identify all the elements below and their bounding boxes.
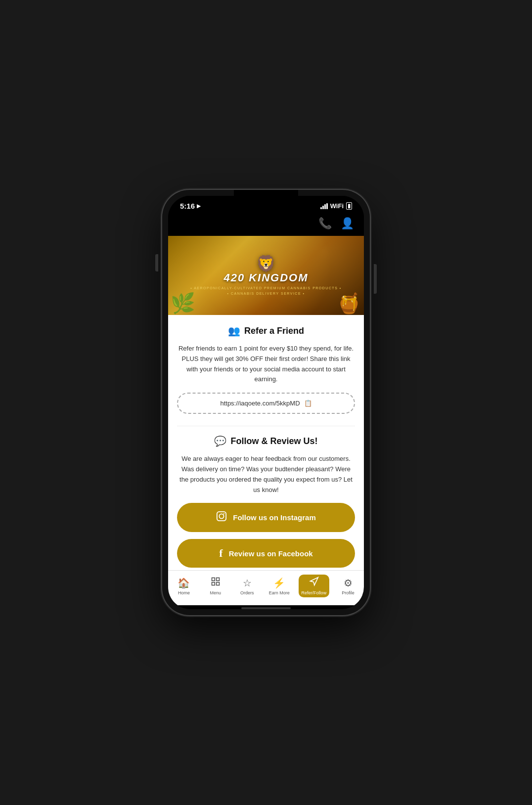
- svg-point-1: [220, 514, 224, 519]
- earn-icon: ⚡: [273, 577, 285, 589]
- orders-icon: ☆: [243, 577, 252, 589]
- referral-url: https://iaqoete.com/5kkpMD: [220, 400, 300, 407]
- location-icon: ▶: [197, 203, 201, 209]
- phone-frame: 5:16 ▶ WiFi ▮ 📞 👤: [162, 190, 370, 615]
- copy-icon[interactable]: 📋: [304, 400, 312, 407]
- svg-rect-0: [217, 512, 226, 521]
- bottom-nav: 🏠 Home Menu ☆ Orders: [168, 570, 364, 605]
- phone-screen: 5:16 ▶ WiFi ▮ 📞 👤: [168, 196, 364, 609]
- banner-logo: 🦁 420 KINGDOM • AEROPONICALLY-CULTIVATED…: [190, 256, 342, 295]
- battery-icon: ▮: [346, 202, 352, 210]
- referral-link-box[interactable]: https://iaqoete.com/5kkpMD 📋: [177, 393, 355, 414]
- products-right: 🍯: [337, 292, 361, 315]
- svg-rect-5: [212, 582, 215, 585]
- facebook-icon: f: [219, 547, 222, 560]
- refer-description: Refer friends to earn 1 point for every …: [177, 344, 355, 385]
- nav-item-earn[interactable]: ⚡ Earn More: [266, 575, 293, 597]
- status-time: 5:16: [180, 202, 195, 210]
- signal-icon: [320, 203, 328, 209]
- follow-section-title: 💬 Follow & Review Us!: [177, 435, 355, 447]
- nav-label-earn: Earn More: [269, 590, 290, 595]
- svg-rect-3: [212, 578, 215, 581]
- products-left: 🌿: [171, 292, 195, 315]
- banner-subtitle1: • AEROPONICALLY-CULTIVATED PREMIUM CANNA…: [190, 286, 342, 290]
- profile-gear-icon: ⚙: [344, 577, 353, 589]
- chat-icon: 💬: [214, 435, 226, 447]
- facebook-button[interactable]: f Review us on Facebook: [177, 539, 355, 568]
- wifi-icon: WiFi: [330, 202, 344, 210]
- nav-label-profile: Profile: [342, 590, 355, 595]
- svg-rect-6: [217, 582, 220, 585]
- notch: [234, 190, 298, 204]
- nav-item-menu[interactable]: Menu: [203, 575, 228, 597]
- nav-label-menu: Menu: [210, 590, 222, 595]
- nav-item-profile[interactable]: ⚙ Profile: [335, 575, 361, 597]
- main-content: 👥 Refer a Friend Refer friends to earn 1…: [168, 315, 364, 570]
- nav-label-orders: Orders: [240, 590, 254, 595]
- refer-title-text: Refer a Friend: [244, 326, 304, 336]
- section-divider: [177, 426, 355, 426]
- svg-point-2: [223, 513, 224, 514]
- app-header: 📞 👤: [168, 213, 364, 236]
- lion-icon: 🦁: [190, 256, 342, 271]
- refer-icon: 👥: [228, 325, 240, 337]
- menu-icon: [211, 577, 221, 589]
- nav-label-home: Home: [178, 590, 190, 595]
- refer-section-title: 👥 Refer a Friend: [177, 325, 355, 337]
- refer-nav-icon: [309, 577, 319, 589]
- phone-icon[interactable]: 📞: [318, 217, 332, 230]
- nav-item-refer[interactable]: Refer/Follow: [299, 575, 330, 597]
- nav-label-refer: Refer/Follow: [302, 590, 327, 595]
- nav-item-home[interactable]: 🏠 Home: [171, 575, 197, 597]
- banner-title: 420 KINGDOM: [190, 271, 342, 284]
- home-icon: 🏠: [177, 577, 190, 589]
- follow-description: We are always eager to hear feedback fro…: [177, 454, 355, 495]
- nav-item-orders[interactable]: ☆ Orders: [234, 575, 260, 597]
- follow-title-text: Follow & Review Us!: [230, 436, 317, 447]
- facebook-button-label: Review us on Facebook: [229, 549, 313, 558]
- svg-rect-4: [217, 578, 220, 581]
- home-indicator: [241, 607, 291, 609]
- user-icon[interactable]: 👤: [341, 217, 354, 230]
- instagram-button-label: Follow us on Instagram: [233, 513, 316, 522]
- banner-subtitle2: • CANNABIS DELIVERY SERVICE •: [190, 292, 342, 295]
- instagram-icon: [216, 511, 227, 524]
- banner: 🌿 🦁 420 KINGDOM • AEROPONICALLY-CULTIVAT…: [168, 236, 364, 315]
- instagram-button[interactable]: Follow us on Instagram: [177, 503, 355, 532]
